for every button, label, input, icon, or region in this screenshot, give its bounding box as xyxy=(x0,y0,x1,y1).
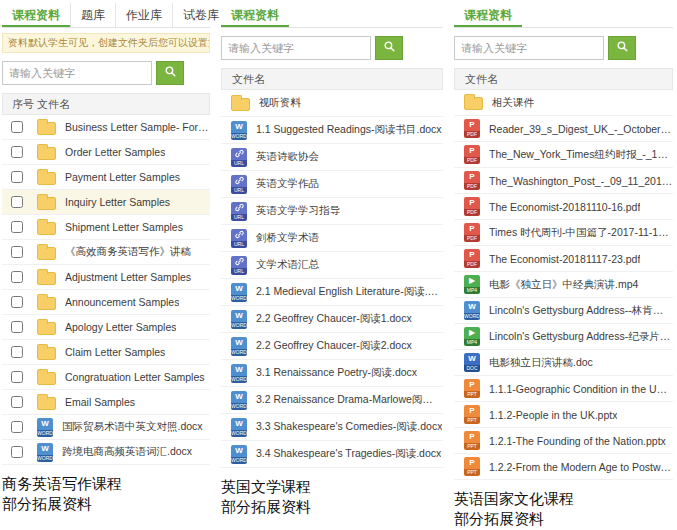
file-name[interactable]: 3.3 Shakespeare's Comedies-阅读.docx xyxy=(256,420,442,434)
row-checkbox[interactable] xyxy=(11,371,23,383)
row-checkbox[interactable] xyxy=(11,321,23,333)
file-row[interactable]: WWORD3.1 Renaissance Poetry-阅读.docx xyxy=(221,360,443,387)
search-input[interactable] xyxy=(454,36,604,60)
row-checkbox[interactable] xyxy=(11,296,23,308)
file-row[interactable]: Business Letter Sample- Format xyxy=(2,115,210,140)
file-row[interactable]: URL英语文学作品 xyxy=(221,171,443,198)
file-name[interactable]: Business Letter Sample- Format xyxy=(65,121,210,133)
file-row[interactable]: PPDFTimes 时代周刊-中国篇了-2017-11-13.pdf xyxy=(454,220,673,246)
file-name[interactable]: 3.2 Renaissance Drama-Marlowe阅读.docx xyxy=(256,393,443,407)
file-row[interactable]: Apology Letter Samples xyxy=(2,315,210,340)
row-checkbox[interactable] xyxy=(11,346,23,358)
file-name[interactable]: 英语文学学习指导 xyxy=(256,204,340,218)
file-row[interactable]: Adjustment Letter Samples xyxy=(2,265,210,290)
file-name[interactable]: Congratuation Letter Samples xyxy=(65,371,205,383)
file-name[interactable]: Claim Letter Samples xyxy=(65,346,165,358)
row-checkbox[interactable] xyxy=(11,221,23,233)
row-checkbox[interactable] xyxy=(11,121,23,133)
file-row[interactable]: PPPT1.2.2-From the Modern Age to Postwar… xyxy=(454,454,673,480)
tab-assignment-bank[interactable]: 作业库 xyxy=(115,3,172,27)
tab-course-materials[interactable]: 课程资料 xyxy=(2,3,70,27)
file-name[interactable]: The_New_York_Times纽约时报_-_12_04_2019.pdf xyxy=(489,148,673,162)
search-button[interactable] xyxy=(156,61,184,85)
file-row[interactable]: WWORDLincoln's Gettysburg Address--林肯葛底斯… xyxy=(454,298,673,324)
file-row[interactable]: PPDFReader_39_s_Digest_UK_-_October_2018… xyxy=(454,116,673,142)
row-checkbox[interactable] xyxy=(11,421,23,433)
file-row[interactable]: Announcement Samples xyxy=(2,290,210,315)
file-name[interactable]: Payment Letter Samples xyxy=(65,171,180,183)
search-button[interactable] xyxy=(375,36,403,60)
file-name[interactable]: Lincoln's Gettysburg Address-纪录片视频-搜狐视频.… xyxy=(489,330,673,344)
file-name[interactable]: 《高效商务英语写作》讲稿 xyxy=(65,245,191,259)
file-name[interactable]: 英语诗歌协会 xyxy=(256,150,319,164)
file-row[interactable]: PPDFThe_New_York_Times纽约时报_-_12_04_2019.… xyxy=(454,142,673,168)
file-row[interactable]: WWORD2.2 Geoffrey Chaucer-阅读2.docx xyxy=(221,333,443,360)
file-name[interactable]: The Economist-20181117-23.pdf xyxy=(489,253,640,265)
file-name[interactable]: 2.2 Geoffrey Chaucer-阅读2.docx xyxy=(256,339,412,353)
file-name[interactable]: 剑桥文学术语 xyxy=(256,231,319,245)
file-name[interactable]: 1.1 Suggested Readings-阅读书目.docx xyxy=(256,123,442,137)
tab-question-bank[interactable]: 题库 xyxy=(70,3,115,27)
file-name[interactable]: 2.1 Medieval English Literature-阅读.docx xyxy=(256,285,443,299)
file-name[interactable]: The_Washington_Post_-_09_11_2018.pdf xyxy=(489,175,673,187)
file-row[interactable]: WWORD跨境电商高频英语词汇.docx xyxy=(2,440,210,465)
file-row[interactable]: PPPT1.1.1-Geographic Condition in the UK… xyxy=(454,376,673,402)
file-name[interactable]: 1.1.2-People in the UK.pptx xyxy=(489,409,617,421)
file-name[interactable]: Adjustment Letter Samples xyxy=(65,271,191,283)
file-row[interactable]: WWORD3.2 Renaissance Drama-Marlowe阅读.doc… xyxy=(221,387,443,414)
file-name[interactable]: The Economist-20181110-16.pdf xyxy=(489,201,640,213)
file-row[interactable]: WWORD国际贸易术语中英文对照.docx xyxy=(2,415,210,440)
file-name[interactable]: Email Samples xyxy=(65,396,135,408)
row-checkbox[interactable] xyxy=(11,396,23,408)
file-name[interactable]: 电影《独立日》中经典演讲.mp4 xyxy=(489,278,638,292)
file-name[interactable]: 1.1.1-Geographic Condition in the UK.ppt… xyxy=(489,383,673,395)
file-row[interactable]: WWORD1.1 Suggested Readings-阅读书目.docx xyxy=(221,117,443,144)
file-name[interactable]: Times 时代周刊-中国篇了-2017-11-13.pdf xyxy=(489,226,673,240)
file-name[interactable]: 相关课件 xyxy=(492,96,534,110)
search-button[interactable] xyxy=(608,36,636,60)
file-name[interactable]: Lincoln's Gettysburg Address--林肯葛底斯堡演说.d… xyxy=(489,304,673,318)
file-name[interactable]: 文学术语汇总 xyxy=(256,258,319,272)
file-name[interactable]: 1.2.2-From the Modern Age to Postwar Bri… xyxy=(489,461,673,473)
file-row[interactable]: Email Samples xyxy=(2,390,210,415)
row-checkbox[interactable] xyxy=(11,146,23,158)
file-row[interactable]: PPPT1.2.1-The Founding of the Nation.ppt… xyxy=(454,428,673,454)
file-name[interactable]: 3.4 Shakespeare's Tragedies-阅读.docx xyxy=(256,447,441,461)
file-row[interactable]: PPDFThe_Washington_Post_-_09_11_2018.pdf xyxy=(454,168,673,194)
file-name[interactable]: Announcement Samples xyxy=(65,296,179,308)
file-name[interactable]: 国际贸易术语中英文对照.docx xyxy=(62,420,203,434)
file-row[interactable]: URL英语文学学习指导 xyxy=(221,198,443,225)
tab-course-materials[interactable]: 课程资料 xyxy=(454,3,522,27)
row-checkbox[interactable] xyxy=(11,196,23,208)
file-row[interactable]: Congratuation Letter Samples xyxy=(2,365,210,390)
row-checkbox[interactable] xyxy=(11,246,23,258)
file-row[interactable]: ▶MP4Lincoln's Gettysburg Address-纪录片视频-搜… xyxy=(454,324,673,350)
file-name[interactable]: 英语文学作品 xyxy=(256,177,319,191)
file-row[interactable]: WDOC电影独立日演讲稿.doc xyxy=(454,350,673,376)
file-row[interactable]: URL英语诗歌协会 xyxy=(221,144,443,171)
file-name[interactable]: 2.2 Geoffrey Chaucer-阅读1.docx xyxy=(256,312,412,326)
file-row[interactable]: 视听资料 xyxy=(221,90,443,117)
file-row[interactable]: Payment Letter Samples xyxy=(2,165,210,190)
file-row[interactable]: PPDFThe Economist-20181117-23.pdf xyxy=(454,246,673,272)
file-name[interactable]: 视听资料 xyxy=(259,96,301,110)
file-row[interactable]: URL文学术语汇总 xyxy=(221,252,443,279)
file-row[interactable]: Inquiry Letter Samples xyxy=(2,190,210,215)
search-input[interactable] xyxy=(221,36,371,60)
file-row[interactable]: ▶MP4电影《独立日》中经典演讲.mp4 xyxy=(454,272,673,298)
file-name[interactable]: Apology Letter Samples xyxy=(65,321,176,333)
row-checkbox[interactable] xyxy=(11,446,23,458)
file-name[interactable]: 1.2.1-The Founding of the Nation.pptx xyxy=(489,435,666,447)
file-row[interactable]: PPDFThe Economist-20181110-16.pdf xyxy=(454,194,673,220)
file-row[interactable]: 《高效商务英语写作》讲稿 xyxy=(2,240,210,265)
file-row[interactable]: Shipment Letter Samples xyxy=(2,215,210,240)
tab-course-materials[interactable]: 课程资料 xyxy=(221,3,289,27)
file-name[interactable]: Inquiry Letter Samples xyxy=(65,196,170,208)
file-row[interactable]: Order Letter Samples xyxy=(2,140,210,165)
file-name[interactable]: Order Letter Samples xyxy=(65,146,165,158)
file-row[interactable]: WWORD3.4 Shakespeare's Tragedies-阅读.docx xyxy=(221,441,443,468)
file-name[interactable]: 跨境电商高频英语词汇.docx xyxy=(62,445,192,459)
file-name[interactable]: 3.1 Renaissance Poetry-阅读.docx xyxy=(256,366,417,380)
file-row[interactable]: URL剑桥文学术语 xyxy=(221,225,443,252)
file-row[interactable]: 相关课件 xyxy=(454,90,673,116)
